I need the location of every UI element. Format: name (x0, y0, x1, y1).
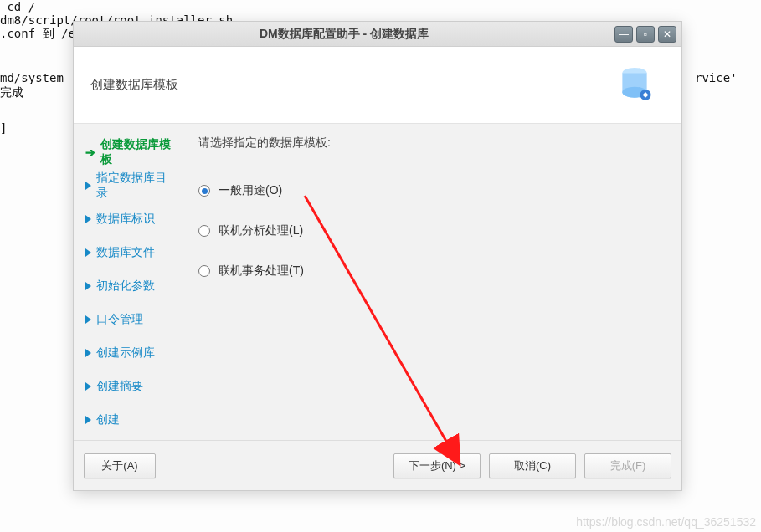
option-oltp[interactable]: 联机事务处理(T) (198, 251, 666, 291)
radio-icon (198, 265, 210, 277)
step-create[interactable]: 创建 (85, 403, 177, 437)
triangle-icon (85, 382, 91, 391)
template-prompt: 请选择指定的数据库模板: (198, 136, 666, 151)
step-label: 口令管理 (96, 312, 143, 327)
window-title: DM数据库配置助手 - 创建数据库 (74, 27, 614, 42)
terminal-line: md/system (0, 71, 64, 84)
terminal-line: .conf 到 /e (0, 27, 75, 42)
triangle-icon (85, 248, 91, 257)
radio-icon (198, 185, 210, 197)
terminal-line: ] (0, 121, 7, 135)
step-password[interactable]: 口令管理 (85, 303, 177, 336)
option-olap[interactable]: 联机分析处理(L) (198, 211, 666, 251)
step-label: 指定数据库目录 (96, 171, 177, 201)
step-label: 创建 (96, 412, 120, 427)
finish-button: 完成(F) (584, 453, 671, 478)
option-label: 联机分析处理(L) (219, 223, 303, 238)
option-label: 一般用途(O) (219, 183, 282, 198)
step-label: 创建示例库 (96, 345, 155, 361)
step-label: 数据库标识 (96, 212, 155, 227)
step-label: 数据库文件 (96, 245, 155, 260)
step-create-template[interactable]: ➔ 创建数据库模板 (85, 136, 177, 169)
arrow-right-icon: ➔ (85, 146, 95, 159)
next-button[interactable]: 下一步(N) > (393, 453, 481, 478)
footer: 关于(A) 下一步(N) > 取消(C) 完成(F) (74, 440, 681, 490)
maximize-button[interactable]: ▫ (636, 26, 655, 43)
triangle-icon (85, 215, 91, 223)
watermark: https://blog.csdn.net/qq_36251532 (576, 515, 756, 529)
dialog-window: DM数据库配置助手 - 创建数据库 — ▫ ✕ 创建数据库模板 ➔ 创建数据库模… (73, 21, 682, 491)
step-label: 创建数据库模板 (100, 137, 177, 167)
titlebar[interactable]: DM数据库配置助手 - 创建数据库 — ▫ ✕ (74, 22, 681, 47)
database-icon (613, 64, 656, 107)
content-panel: 请选择指定的数据库模板: 一般用途(O) 联机分析处理(L) 联机事务处理(T) (183, 124, 681, 440)
triangle-icon (85, 182, 91, 190)
terminal-line: 完成 (0, 85, 23, 100)
wizard-sidebar: ➔ 创建数据库模板 指定数据库目录 数据库标识 数据库文件 初始化参 (74, 124, 183, 440)
minimize-button[interactable]: — (614, 26, 633, 43)
step-specify-directory[interactable]: 指定数据库目录 (85, 169, 177, 202)
close-button[interactable]: ✕ (658, 26, 676, 43)
header-label: 创建数据库模板 (90, 77, 613, 93)
radio-icon (198, 225, 210, 237)
cancel-button[interactable]: 取消(C) (489, 453, 576, 478)
option-general[interactable]: 一般用途(O) (198, 171, 666, 211)
triangle-icon (85, 282, 91, 290)
triangle-icon (85, 416, 91, 424)
step-label: 创建摘要 (96, 379, 143, 394)
header-strip: 创建数据库模板 (74, 47, 681, 124)
step-sample-db[interactable]: 创建示例库 (85, 336, 177, 370)
step-db-identifier[interactable]: 数据库标识 (85, 202, 177, 236)
triangle-icon (85, 315, 91, 324)
terminal-line: cd / (0, 0, 35, 13)
triangle-icon (85, 349, 91, 357)
step-init-params[interactable]: 初始化参数 (85, 269, 177, 303)
step-label: 初始化参数 (96, 279, 155, 294)
about-button[interactable]: 关于(A) (84, 453, 156, 478)
step-db-files[interactable]: 数据库文件 (85, 236, 177, 269)
step-summary[interactable]: 创建摘要 (85, 370, 177, 403)
terminal-line: rvice' (695, 71, 738, 84)
option-label: 联机事务处理(T) (219, 263, 304, 279)
